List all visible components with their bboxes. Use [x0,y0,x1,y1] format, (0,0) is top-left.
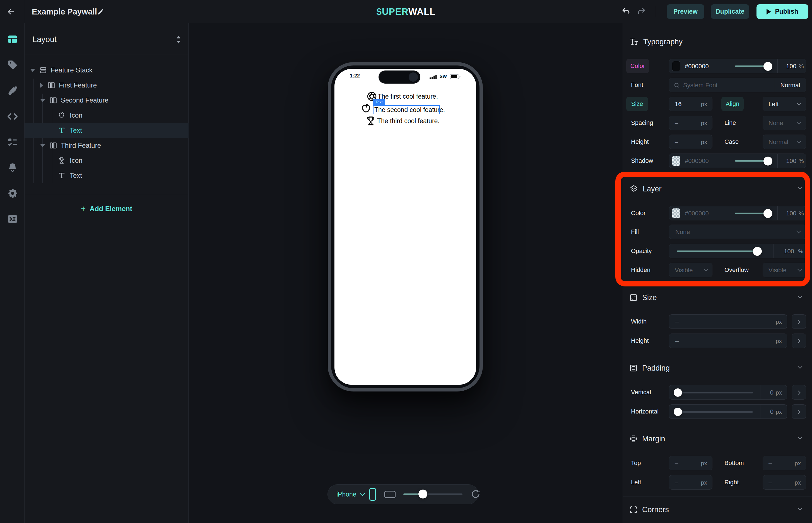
size-icon [629,293,638,302]
typo-height-input[interactable]: – px [669,134,712,149]
section-padding-header[interactable]: Padding [629,362,670,374]
text-icon [57,126,66,134]
rail-item-console[interactable] [7,214,18,224]
section-typography-header[interactable]: Typography [629,36,683,48]
layer-hidden-select[interactable]: Visible [669,263,712,277]
rail-item-notifications[interactable] [7,162,18,173]
padding-horizontal-knob[interactable] [674,408,682,416]
preview-button[interactable]: Preview [667,4,704,19]
rail-item-checklist[interactable] [7,137,18,147]
tree-row-text-third[interactable]: Text [57,168,82,183]
tree-row-icon-second[interactable]: Icon [57,108,82,123]
publish-button[interactable]: Publish [757,4,808,19]
typo-size-input[interactable]: 16 px [669,97,712,111]
unit: px [776,389,782,396]
rail-item-layout[interactable] [7,34,18,44]
section-layer-header[interactable]: Layer [629,183,662,195]
shadow-slider-knob[interactable] [763,157,772,165]
tree-row-third-feature[interactable]: Third Feature [40,138,101,153]
padding-vertical-expand-button[interactable] [792,385,806,400]
feature-row-2-selected[interactable]: The second cool feature. [373,105,440,114]
padding-horizontal-track[interactable] [675,411,753,413]
typo-case-select[interactable]: Normal [763,134,806,149]
typo-color-label[interactable]: Color [626,59,649,73]
color-swatch[interactable] [672,61,680,71]
shadow-pct-value[interactable]: 100 [782,158,796,165]
size-width-expand-button[interactable] [792,314,806,329]
font-search-input[interactable]: System Font [683,82,718,89]
font-weight-select[interactable]: Normal [774,82,807,89]
margin-top-input[interactable]: – px [669,456,712,470]
tree-label: Feature Stack [51,66,92,74]
section-size-header[interactable]: Size [629,291,657,304]
duplicate-button[interactable]: Duplicate [711,4,749,19]
padding-horizontal-expand-button[interactable] [792,404,806,419]
rail-item-code[interactable] [7,111,18,122]
typo-align-label[interactable]: Align [721,97,744,111]
chevron-down-icon [797,120,802,125]
opacity-value[interactable]: 100 [782,63,796,70]
layer-color-pct[interactable]: 100 [782,210,796,217]
caret-down-icon[interactable] [40,144,45,147]
tree-row-first-feature[interactable]: First Feature [40,78,97,93]
layer-opacity-pct[interactable]: 100 [780,248,794,255]
chevron-right-icon [796,339,800,344]
tree-row-feature-stack[interactable]: Feature Stack [30,63,92,78]
layer-color-swatch[interactable] [672,208,680,218]
portrait-toggle[interactable] [369,488,376,501]
back-button[interactable] [6,7,16,16]
margin-top-label: Top [631,459,641,467]
caret-down-icon[interactable] [30,69,35,72]
redo-button[interactable] [637,7,646,16]
size-height-input[interactable]: – px [669,333,787,348]
shadow-color-swatch[interactable] [672,156,680,166]
layer-opacity-knob[interactable] [753,247,762,256]
rail-item-settings[interactable] [7,188,18,199]
undo-button[interactable] [621,7,630,16]
typo-spacing-input[interactable]: – px [669,115,712,130]
value: Visible [768,267,786,274]
color-hex-input[interactable]: #000000 [685,63,709,70]
size-width-input[interactable]: – px [669,314,787,329]
padding-vertical-track[interactable] [675,392,753,393]
typo-align-select[interactable]: Left [763,97,806,111]
preview-label: Preview [673,8,698,15]
layer-fill-select[interactable]: None [669,224,806,239]
tree-row-text-second[interactable]: Text [57,123,82,138]
caret-right-icon[interactable] [40,83,43,88]
tree-row-second-feature[interactable]: Second Feature [40,93,108,108]
add-element-button[interactable]: + Add Element [24,195,189,223]
chevron-right-icon [796,410,800,414]
margin-bottom-input[interactable]: – px [763,456,806,470]
layer-color-slider-knob[interactable] [763,209,772,218]
layer-overflow-select[interactable]: Visible [763,263,806,277]
opacity-slider-knob[interactable] [763,62,772,71]
caret-down-icon[interactable] [40,99,45,102]
typo-shadow-label: Shadow [631,157,653,164]
value: None [768,120,783,127]
rename-pencil-icon[interactable] [97,8,104,15]
layout-sort-icon[interactable] [175,35,182,44]
shadow-hex-input[interactable]: #000000 [685,158,709,165]
section-margin-header[interactable]: Margin [629,433,665,445]
typo-line-select[interactable]: None [763,115,806,130]
zoom-slider-knob[interactable] [418,490,427,499]
margin-left-input[interactable]: – px [669,475,712,490]
label: Size [631,100,643,108]
landscape-toggle[interactable] [384,491,396,498]
tree-row-icon-third[interactable]: Icon [57,153,82,168]
rail-item-products[interactable] [7,60,18,70]
refresh-button[interactable] [471,490,480,499]
section-corners-header[interactable]: Corners [629,504,669,516]
margin-right-input[interactable]: – px [763,475,806,490]
padding-vertical-value[interactable]: 0 [765,389,774,396]
feature-row-3[interactable]: The third cool feature. [365,115,439,127]
device-select[interactable]: iPhone [336,484,364,504]
padding-horizontal-value[interactable]: 0 [765,408,774,415]
padding-vertical-knob[interactable] [674,389,682,397]
typo-size-label[interactable]: Size [626,97,648,111]
layer-hex-input[interactable]: #000000 [685,210,709,217]
corners-icon [629,505,638,514]
rail-item-theme[interactable] [7,86,18,96]
size-height-expand-button[interactable] [792,333,806,348]
